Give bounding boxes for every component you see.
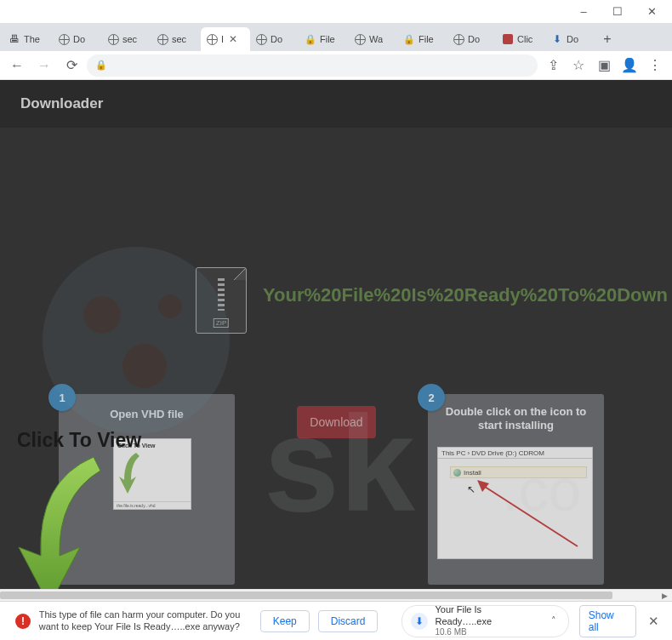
warning-text: This type of file can harm your computer… [39, 609, 252, 633]
address-bar[interactable]: 🔒 [87, 54, 538, 77]
window-titlebar: – ☐ ✕ [0, 0, 672, 24]
globe-icon [107, 33, 119, 45]
site-header: Downloader [0, 80, 672, 128]
reload-button[interactable]: ⟳ [60, 54, 83, 77]
profile-icon[interactable]: 👤 [618, 54, 641, 77]
window-close-button[interactable]: ✕ [635, 1, 669, 23]
printer-icon: 🖶 [9, 33, 20, 45]
tab-title: The [24, 34, 40, 44]
lock-icon: 🔒 [305, 33, 316, 45]
scroll-right-icon[interactable]: ▶ [658, 590, 670, 601]
chevron-right-icon: › [467, 449, 470, 457]
horizontal-scrollbar[interactable]: ▶ [0, 589, 672, 601]
forward-button[interactable]: → [32, 54, 56, 77]
cursor-icon: ↖ [467, 483, 476, 495]
svg-marker-7 [477, 480, 489, 492]
tab-1[interactable]: Do [53, 27, 102, 51]
tab-title: Do [73, 34, 85, 44]
lock-icon: 🔒 [403, 33, 415, 45]
tab-9[interactable]: Do [447, 27, 497, 51]
download-file-icon: ⬇ [411, 613, 428, 630]
tab-close-icon[interactable]: ✕ [227, 33, 239, 45]
back-button[interactable]: ← [5, 54, 29, 77]
zip-label: ZIP [214, 318, 229, 328]
show-all-button[interactable]: Show all [579, 605, 636, 637]
tab-title: I [221, 34, 224, 44]
tab-11[interactable]: ⬇Do [546, 27, 595, 51]
download-item-text: Your File Is Ready…..exe 10.6 MB [435, 604, 540, 637]
svg-line-6 [482, 485, 578, 546]
page-viewport: Downloader sk .co ZIP Your%20File%20Is%2… [0, 80, 672, 589]
step-card-2: 2 Double click on the icon to start inst… [428, 394, 604, 585]
page-title: Your%20File%20Is%20Ready%20To%20Down [263, 284, 668, 306]
browser-tabstrip: 🖶The Do sec sec I✕ Do 🔒File Wa 🔒File Do … [0, 24, 672, 51]
globe-icon [453, 33, 464, 45]
step-title-2: Double click on the icon to start instal… [428, 394, 604, 443]
site-lock-icon: 🔒 [95, 60, 107, 71]
new-tab-button[interactable]: + [595, 27, 619, 51]
step2-thumbnail: This PC › DVD Drive (D:) CDROM Install ↖ [437, 447, 593, 559]
window-maximize-button[interactable]: ☐ [601, 1, 635, 23]
tab-title: Do [567, 34, 578, 44]
tab-5[interactable]: Do [250, 27, 299, 51]
tab-title: Do [468, 34, 480, 44]
crumb-this-pc: This PC [441, 449, 465, 457]
disc-icon [453, 469, 461, 477]
install-row: Install [450, 466, 587, 478]
download-warning-item: ! This type of file can harm your comput… [9, 605, 384, 637]
site-title: Downloader [20, 95, 103, 112]
tab-2[interactable]: sec [102, 27, 151, 51]
kebab-menu-icon[interactable]: ⋮ [643, 54, 667, 77]
install-label: Install [464, 469, 481, 477]
discard-button[interactable]: Discard [318, 610, 379, 632]
download-filename: Your File Is Ready…..exe [435, 604, 540, 626]
scrollbar-thumb[interactable] [0, 591, 612, 599]
big-green-arrow-icon [12, 455, 114, 589]
download-button[interactable]: Download [297, 406, 376, 438]
svg-point-1 [83, 296, 121, 334]
tab-10[interactable]: Clic [497, 27, 546, 51]
share-icon[interactable]: ⇪ [541, 54, 565, 77]
tab-title: Wa [369, 34, 383, 44]
tab-4-active[interactable]: I✕ [201, 27, 250, 51]
tab-title: Do [271, 34, 282, 44]
tab-7[interactable]: Wa [349, 27, 398, 51]
globe-icon [206, 33, 218, 45]
explorer-breadcrumb: This PC › DVD Drive (D:) CDROM [438, 448, 592, 459]
globe-icon [157, 33, 168, 45]
zip-file-icon: ZIP [196, 267, 247, 334]
tab-title: sec [122, 34, 137, 44]
step-badge-1: 1 [48, 384, 76, 411]
red-arrow-icon [477, 480, 579, 548]
tab-8[interactable]: 🔒File [398, 27, 447, 51]
download-item[interactable]: ⬇ Your File Is Ready…..exe 10.6 MB ˄ [401, 605, 568, 637]
tab-title: File [320, 34, 335, 44]
app-icon [502, 33, 514, 45]
warning-icon: ! [15, 614, 31, 629]
svg-point-3 [158, 294, 182, 318]
side-panel-icon[interactable]: ▣ [592, 54, 616, 77]
tab-title: File [419, 34, 434, 44]
tab-title: sec [172, 34, 186, 44]
click-to-view-text: Click To View [17, 429, 141, 452]
tab-3[interactable]: sec [151, 27, 201, 51]
download-icon: ⬇ [551, 33, 563, 45]
window-minimize-button[interactable]: – [567, 1, 601, 23]
bookmark-star-icon[interactable]: ☆ [567, 54, 590, 77]
globe-icon [354, 33, 366, 45]
shelf-close-button[interactable]: ✕ [643, 611, 663, 631]
download-shelf: ! This type of file can harm your comput… [0, 601, 672, 640]
keep-button[interactable]: Keep [260, 610, 310, 632]
step-badge-2: 2 [418, 384, 445, 411]
download-filesize: 10.6 MB [435, 627, 540, 637]
globe-icon [255, 33, 267, 45]
chevron-up-icon[interactable]: ˄ [548, 615, 560, 626]
toolbar-right: ⇪ ☆ ▣ 👤 ⋮ [541, 54, 667, 77]
browser-toolbar: ← → ⟳ 🔒 ⇪ ☆ ▣ 👤 ⋮ [0, 51, 672, 80]
tab-6[interactable]: 🔒File [299, 27, 349, 51]
crumb-drive: DVD Drive (D:) CDROM [471, 449, 544, 457]
click-to-view-overlay: Click To View [12, 429, 141, 589]
tab-title: Clic [517, 34, 532, 44]
globe-icon [58, 33, 70, 45]
tab-0[interactable]: 🖶The [3, 27, 53, 51]
